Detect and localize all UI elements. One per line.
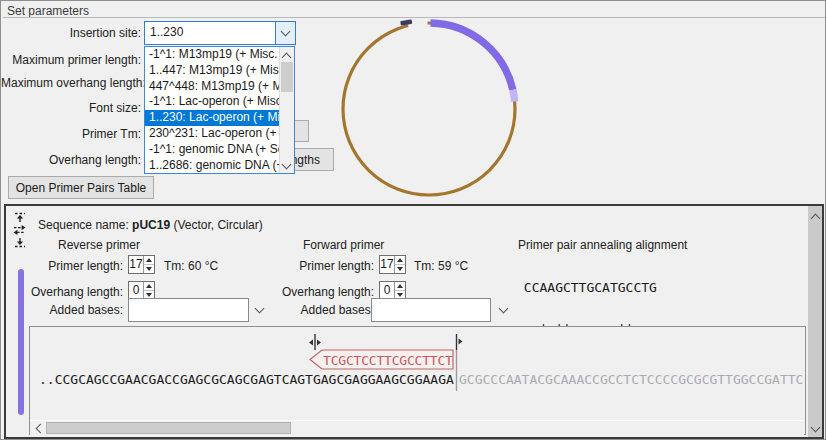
triangle-up-icon: [146, 258, 152, 262]
sequence-name-row: Sequence name: pUC19 (Vector, Circular): [38, 218, 263, 232]
triangle-up-icon: [397, 284, 403, 288]
fwd-primer-length-label: Primer length:: [251, 259, 374, 273]
triangle-down-icon: [397, 267, 403, 271]
primer-tm-label: Primer Tm:: [1, 127, 141, 141]
rev-primer-length-label: Primer length:: [1, 259, 123, 273]
spinner-value: 17: [380, 256, 394, 273]
feature-arc: [431, 23, 513, 90]
fwd-overhang-label: Overhang length:: [251, 285, 374, 299]
scrollbar-thumb[interactable]: [46, 422, 291, 434]
insertion-site-combobox[interactable]: 1..230: [144, 21, 296, 45]
annealing-alignment-title: Primer pair annealing alignment: [518, 238, 687, 252]
editor-v-scrollbar[interactable]: [808, 206, 822, 437]
scroll-left-button[interactable]: [32, 422, 45, 434]
chevron-down-icon: [281, 27, 291, 37]
triangle-up-icon: [397, 258, 403, 262]
dropdown-item[interactable]: 1..447: M13mp19 (+ Misc.: [145, 63, 280, 79]
triangle-down-icon: [397, 293, 403, 297]
triangle-down-icon: [146, 293, 152, 297]
swap-orientation-icon[interactable]: [13, 225, 26, 235]
alignment-top-strand: CCAAGCTTGCATGCCTG: [516, 281, 657, 295]
scrollbar-thumb[interactable]: [281, 62, 293, 92]
dropdown-scrollbar[interactable]: [279, 47, 294, 173]
reverse-primer-annotation-label: TCGCTCCTTCGCCTTCT: [323, 353, 453, 368]
fwd-added-bases-label: Added bases:: [251, 303, 374, 317]
reverse-primer-title: Reverse primer: [58, 238, 140, 252]
rev-added-bases-field[interactable]: [128, 298, 249, 322]
triangle-up-icon: [146, 284, 152, 288]
rev-added-bases-label: Added bases:: [1, 303, 123, 317]
fwd-tm-value: Tm: 59 °C: [414, 259, 468, 273]
dropdown-item[interactable]: -1^1: M13mp19 (+ Misc. fe: [145, 47, 280, 63]
rev-primer-length-spinner[interactable]: 17: [128, 255, 155, 274]
primer-designer-window: Set parameters Insertion site: Maximum p…: [0, 0, 826, 440]
spinner-value: 17: [129, 256, 143, 273]
dropdown-item[interactable]: -1^1: Lac-operon (+ Misc.: [145, 94, 280, 110]
sequence-name: pUC19: [132, 218, 170, 232]
spinner-value: 0: [380, 282, 394, 299]
set-parameters-panel: Set parameters Insertion site: Maximum p…: [1, 1, 826, 204]
triangle-down-icon: [146, 267, 152, 271]
sequence-h-scrollbar[interactable]: [30, 420, 804, 435]
chevron-left-icon: [35, 423, 45, 433]
insertion-site-label: Insertion site:: [1, 26, 141, 40]
dropdown-item[interactable]: 447^448: M13mp19 (+ Mis: [145, 79, 280, 95]
jump-to-end-icon[interactable]: [14, 237, 26, 248]
spinner-value: 0: [129, 282, 143, 299]
dropdown-item[interactable]: 1..2686: genomic DNA (+ S: [145, 158, 280, 174]
spin-down-button[interactable]: [144, 265, 154, 273]
open-primer-pairs-button[interactable]: Open Primer Pairs Table: [8, 176, 154, 199]
rev-overhang-label: Overhang length:: [1, 285, 123, 299]
lengths-button-label: ngths: [291, 153, 320, 167]
fwd-added-bases-field[interactable]: [371, 298, 491, 322]
chevron-up-icon: [811, 214, 821, 224]
sequence-downstream: GCGCCCAATACGCAAACCGCCTCTCCCCGCGCGTTGGCCG…: [459, 372, 803, 387]
font-size-label: Font size:: [1, 101, 141, 115]
sequence-name-label: Sequence name:: [38, 218, 129, 232]
jump-to-start-icon[interactable]: [14, 212, 26, 223]
chevron-down-icon: [282, 160, 292, 170]
insertion-site-dropdown: -1^1: M13mp19 (+ Misc. fe 1..447: M13mp1…: [144, 46, 295, 174]
spin-up-button[interactable]: [144, 256, 154, 265]
dropdown-item-selected[interactable]: 1..230: Lac-operon (+ Misc: [145, 110, 280, 126]
feature-arc-cap: [513, 90, 515, 102]
rev-tm-value: Tm: 60 °C: [164, 259, 218, 273]
combo-dropdown-button[interactable]: [275, 22, 295, 44]
forward-primer-title: Forward primer: [303, 238, 384, 252]
chevron-up-icon: [282, 53, 292, 63]
open-primer-pairs-label: Open Primer Pairs Table: [16, 181, 147, 195]
overhang-length-label: Overhang length:: [1, 153, 141, 167]
dropdown-item[interactable]: 230^231: Lac-operon (+ M: [145, 126, 280, 142]
spin-up-button[interactable]: [144, 282, 154, 291]
sequence-upstream: ..CCGCAGCCGAACGACCGAGCGCAGCGAGTCAGTGAGCG…: [39, 372, 454, 387]
fwd-primer-length-spinner[interactable]: 17: [379, 255, 406, 274]
max-overhang-length-label: Maximum overhang length:: [1, 76, 141, 90]
insertion-site-value: 1..230: [145, 22, 275, 44]
chevron-down-icon: [811, 423, 821, 433]
max-primer-length-label: Maximum primer length:: [1, 53, 141, 67]
spin-down-button[interactable]: [395, 265, 405, 273]
spin-up-button[interactable]: [395, 282, 405, 291]
dropdown-item[interactable]: -1^1: genomic DNA (+ Sou: [145, 142, 280, 158]
spin-up-button[interactable]: [395, 256, 405, 265]
sequence-type: (Vector, Circular): [170, 218, 263, 232]
